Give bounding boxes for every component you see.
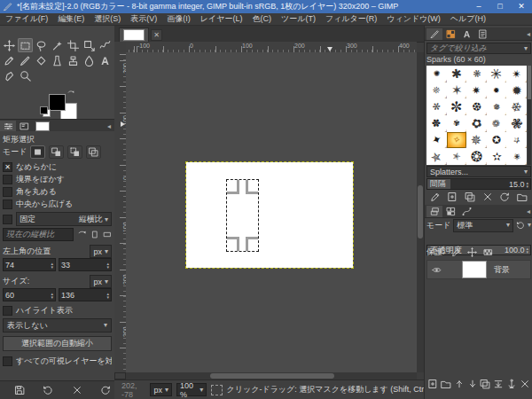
lock-alpha-icon[interactable] [483,247,493,257]
dock-menu-icon[interactable]: ◂ [527,207,530,215]
tool-crop[interactable] [66,38,81,52]
scrollbar-thumb[interactable] [418,185,423,239]
tool-fuzzy-select[interactable] [50,38,65,52]
size-height-spinner[interactable]: 136▴▾ [59,288,112,301]
brush-cell[interactable]: ❊ [426,82,447,99]
delete-brush-button[interactable] [482,192,493,204]
selection-handle-bottom-left[interactable] [227,237,239,251]
scrollbar-thumb[interactable] [210,373,334,379]
tool-clone[interactable] [66,53,81,67]
brush-cell[interactable]: ✹ [506,82,527,99]
tool-unified-transform[interactable] [82,38,97,52]
position-unit-combo[interactable]: px▾ [90,245,112,258]
delete-layer-button[interactable] [520,379,530,391]
brush-cell[interactable]: ✰ [506,132,527,149]
reset-options-button[interactable] [100,385,111,397]
menu-view[interactable]: 表示(V) [130,13,157,25]
swap-aspect-icon[interactable] [77,230,87,239]
aspect-ratio-input[interactable]: 現在の縦横比 [3,228,74,241]
brush-grid-scrollbar[interactable] [528,66,531,165]
zoom-combo[interactable]: 100 %▾ [176,383,207,396]
menu-help[interactable]: ヘルプ(H) [450,13,486,25]
brush-cell[interactable]: ❅ [487,98,507,115]
new-layer-group-button[interactable] [441,379,451,391]
selection-handle-top-right[interactable] [246,180,258,194]
brush-cell[interactable]: ✺ [426,66,447,82]
brush-name-combo[interactable]: Splatters... ▾ [426,166,531,177]
brush-cell[interactable]: ✴ [506,66,527,82]
fixed-checkbox[interactable] [3,215,12,224]
selection-rectangle[interactable] [226,179,259,252]
foreground-color-swatch[interactable] [49,94,66,111]
brush-cell[interactable]: ❄ [506,98,527,115]
tool-move[interactable] [2,38,17,52]
mode-intersect-button[interactable] [86,145,101,159]
duplicate-brush-button[interactable] [465,192,475,204]
brush-cell[interactable]: ✽ [426,115,447,132]
brush-cell[interactable]: ❃ [506,115,527,132]
selection-handle-bottom-right[interactable] [246,237,258,251]
brush-cell[interactable]: ❂ [466,148,487,165]
default-colors-icon[interactable] [40,106,48,114]
layer-mode-combo[interactable]: 標準 ▾ [453,219,513,232]
menu-edit[interactable]: 編集(E) [58,13,84,25]
spinner-arrows-icon[interactable]: ▴▾ [51,292,53,299]
size-unit-combo[interactable]: px▾ [90,275,112,288]
unit-combo[interactable]: px▾ [150,383,172,396]
menu-select[interactable]: 選択(S) [94,13,121,25]
menu-file[interactable]: ファイル(F) [5,13,48,25]
portrait-icon[interactable] [90,230,99,239]
tab-brushes[interactable] [426,28,442,40]
menu-windows[interactable]: ウィンドウ(W) [387,13,441,25]
brush-cell-selected[interactable]: ✧ [447,132,467,149]
menu-colors[interactable]: 色(C) [252,13,271,25]
edit-brush-button[interactable] [430,192,441,204]
brush-cell[interactable]: ✵ [466,132,487,149]
eye-icon[interactable] [431,265,442,275]
quick-mask-toggle[interactable] [114,372,126,379]
tool-ink[interactable] [2,68,17,82]
anchor-layer-button[interactable] [506,379,517,391]
menu-image[interactable]: 画像(I) [167,13,191,25]
tool-paintbrush[interactable] [18,53,33,67]
tool-warp-transform[interactable] [98,38,113,52]
raise-layer-button[interactable] [454,379,465,391]
brush-cell[interactable]: ✸ [487,82,507,99]
size-width-spinner[interactable]: 60▴▾ [3,288,56,301]
tab-document-history[interactable] [474,28,490,40]
menu-tools[interactable]: ツール(T) [281,13,316,25]
image-tab[interactable] [119,27,149,43]
tab-layers[interactable] [426,206,442,217]
mode-subtract-button[interactable] [67,145,82,159]
spinner-arrows-icon[interactable]: ▴▾ [526,181,528,188]
tool-pencil[interactable] [2,53,17,67]
highlight-checkbox[interactable] [3,306,12,316]
tool-text[interactable] [98,53,113,67]
brush-cell[interactable]: ❆ [466,98,487,115]
expand-from-center-checkbox[interactable] [3,200,12,209]
brush-cell[interactable]: ✿ [466,115,487,132]
brush-cell[interactable]: ✬ [506,148,527,165]
rounded-corners-checkbox[interactable] [3,187,12,197]
brush-cell[interactable]: ❋ [466,66,487,82]
scrollbar-thumb[interactable] [528,66,531,99]
restore-preset-button[interactable] [43,385,53,397]
shrink-selection-button[interactable]: 選択範囲の自動縮小 [3,336,112,351]
brush-cell[interactable]: ✾ [447,115,467,132]
tool-rect-select[interactable] [18,38,33,52]
feather-checkbox[interactable] [3,175,12,184]
lock-position-icon[interactable] [467,247,477,257]
tab-fonts[interactable] [458,28,474,40]
vertical-ruler[interactable]: -200-1000100200300 [114,52,127,372]
tab-tool-options[interactable] [0,121,16,132]
tool-zoom[interactable] [18,68,33,82]
sample-merged-checkbox[interactable] [3,356,12,366]
tab-paths[interactable] [458,206,474,217]
dock-menu-icon[interactable]: ◂ [107,122,111,130]
brush-cell[interactable]: ✳ [487,66,507,82]
spinner-arrows-icon[interactable]: ▴▾ [526,246,528,254]
swap-colors-icon[interactable] [66,90,76,98]
tab-close-icon[interactable]: ✕ [151,29,162,41]
spinner-arrows-icon[interactable]: ▴▾ [106,262,109,269]
spacing-slider[interactable]: 間隔 15.0 ▴▾ [426,178,531,190]
